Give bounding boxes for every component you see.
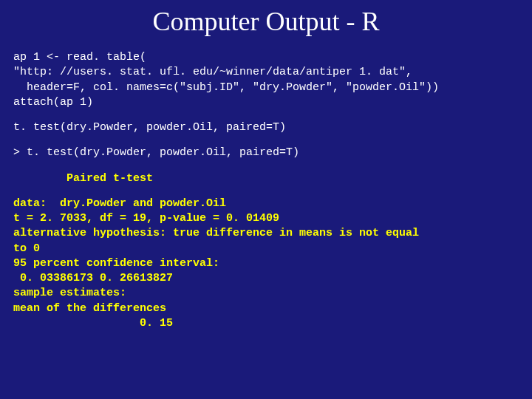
- output-ttest-results: data: dry.Powder and powder.Oil t = 2. 7…: [13, 197, 519, 331]
- code-block-ttest-call: t. test(dry.Powder, powder.Oil, paired=T…: [13, 120, 519, 135]
- code-block-ttest-echo: > t. test(dry.Powder, powder.Oil, paired…: [13, 146, 519, 160]
- code-block-read-table: ap 1 <- read. table( "http: //users. sta…: [13, 50, 519, 110]
- slide: Computer Output - R ap 1 <- read. table(…: [0, 0, 532, 399]
- output-heading-paired-ttest: Paired t-test: [13, 171, 519, 186]
- page-title: Computer Output - R: [13, 6, 519, 37]
